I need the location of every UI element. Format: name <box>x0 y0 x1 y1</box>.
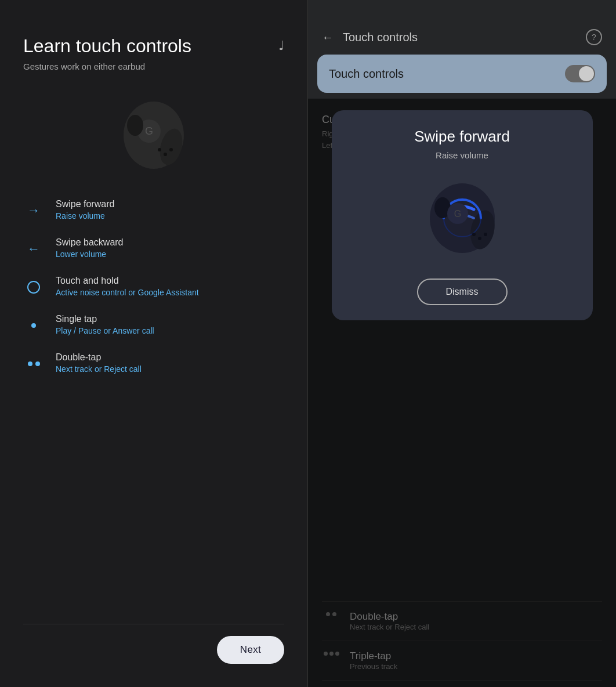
touch-hold-icon <box>23 277 44 298</box>
bottom-bar: Next <box>23 624 284 664</box>
gesture-touch-hold: Touch and hold Active noise control or G… <box>23 276 284 298</box>
modal-earbud-illustration: G <box>404 172 520 265</box>
swipe-forward-title: Swipe forward <box>56 199 114 209</box>
left-panel: Learn touch controls ♩ Gestures work on … <box>0 0 308 687</box>
svg-point-7 <box>169 148 173 151</box>
next-button[interactable]: Next <box>217 636 284 664</box>
right-panel: ← Touch controls ? Touch controls Custom… <box>308 0 616 687</box>
swipe-forward-icon: → <box>23 200 44 221</box>
svg-point-4 <box>127 115 143 136</box>
back-button[interactable]: ← Touch controls <box>322 31 418 44</box>
gesture-double-tap: Double-tap Next track or Reject call <box>23 352 284 374</box>
svg-point-12 <box>478 237 481 240</box>
double-tap-icon <box>23 353 44 374</box>
back-arrow-icon: ← <box>322 31 334 44</box>
touch-controls-label: Touch controls <box>329 67 404 81</box>
swipe-backward-subtitle: Lower volume <box>56 250 124 259</box>
swipe-backward-title: Swipe backward <box>56 237 124 248</box>
gesture-swipe-backward: ← Swipe backward Lower volume <box>23 237 284 259</box>
help-icon[interactable]: ? <box>586 29 602 45</box>
music-icon: ♩ <box>278 38 284 53</box>
left-header: Learn touch controls ♩ <box>23 35 284 57</box>
touch-hold-subtitle: Active noise control or Google Assistant <box>56 288 199 297</box>
svg-point-13 <box>484 233 487 236</box>
modal-overlay: ‹ Swipe forward Raise volume <box>308 99 616 687</box>
left-title: Learn touch controls <box>23 35 191 57</box>
single-tap-title: Single tap <box>56 314 154 324</box>
single-tap-subtitle: Play / Pause or Answer call <box>56 326 154 335</box>
toggle-switch[interactable] <box>565 65 595 82</box>
svg-text:G: G <box>454 209 461 219</box>
left-subtitle: Gestures work on either earbud <box>23 62 284 71</box>
double-tap-subtitle: Next track or Reject call <box>56 364 142 374</box>
earbud-illustration-left: G <box>102 92 206 179</box>
svg-point-6 <box>164 153 167 156</box>
right-header: ← Touch controls ? <box>308 0 616 55</box>
gesture-swipe-forward: → Swipe forward Raise volume <box>23 199 284 221</box>
touch-hold-title: Touch and hold <box>56 276 199 286</box>
dismiss-button[interactable]: Dismiss <box>417 279 508 305</box>
svg-point-5 <box>158 148 161 151</box>
single-tap-icon <box>23 315 44 336</box>
double-tap-title: Double-tap <box>56 352 142 363</box>
swipe-forward-subtitle: Raise volume <box>56 211 114 220</box>
svg-text:G: G <box>145 125 153 137</box>
toggle-knob <box>579 66 594 81</box>
modal-title: Swipe forward <box>414 128 510 146</box>
modal-card: Swipe forward Raise volume <box>332 110 593 320</box>
svg-point-11 <box>472 233 476 236</box>
swipe-backward-icon: ← <box>23 238 44 259</box>
gesture-single-tap: Single tap Play / Pause or Answer call <box>23 314 284 336</box>
gesture-list: → Swipe forward Raise volume ← Swipe bac… <box>23 199 284 618</box>
right-header-title: Touch controls <box>343 31 418 44</box>
touch-controls-toggle-row[interactable]: Touch controls <box>317 55 607 93</box>
earbud-image-left: G <box>23 89 284 182</box>
modal-subtitle: Raise volume <box>436 150 488 160</box>
